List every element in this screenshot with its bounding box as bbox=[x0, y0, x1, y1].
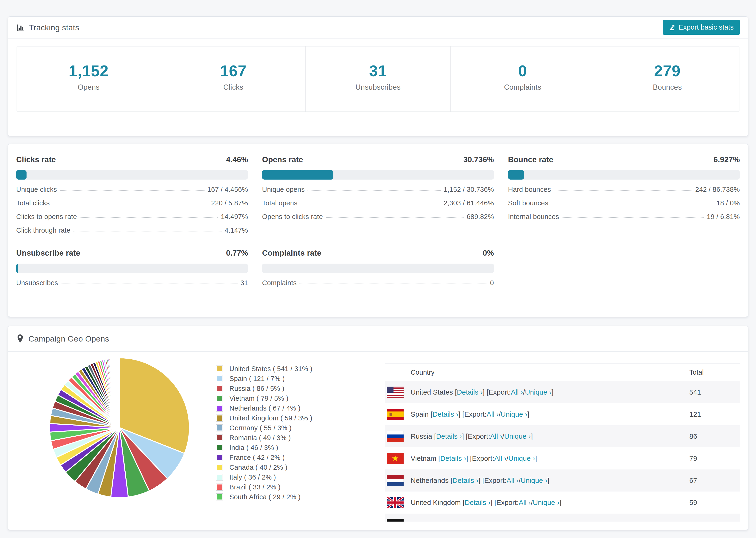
summary-stat-label: Unsubscribes bbox=[306, 83, 450, 91]
details-link[interactable]: Details › bbox=[457, 388, 483, 396]
export-all-link[interactable]: All › bbox=[487, 410, 499, 418]
export-label: ] [Export: bbox=[469, 521, 498, 521]
legend-swatch bbox=[216, 365, 223, 372]
export-unique-link[interactable]: Unique › bbox=[501, 410, 527, 418]
export-label: ] [Export: bbox=[458, 410, 486, 418]
export-unique-link[interactable]: Unique › bbox=[521, 476, 547, 484]
dotted-leader bbox=[53, 204, 208, 204]
legend-swatch bbox=[216, 414, 223, 422]
slash: / bbox=[499, 410, 501, 418]
rate-detail-label: Unsubscribes bbox=[16, 279, 58, 287]
bracket: ] bbox=[552, 388, 553, 396]
rate-detail-row: Total opens2,303 / 61.446% bbox=[262, 199, 494, 207]
rate-detail-row: Total clicks220 / 5.87% bbox=[16, 199, 248, 207]
total-column-header: Total bbox=[689, 368, 740, 376]
geo-country-cell: United States [Details ›] [Export: All ›… bbox=[387, 387, 689, 398]
geo-pie-svg bbox=[47, 355, 192, 501]
legend-item: South Africa ( 29 / 2% ) bbox=[216, 492, 385, 502]
rate-detail-value: 1,152 / 30.736% bbox=[444, 186, 494, 193]
geo-title: Campaign Geo Opens bbox=[28, 334, 109, 344]
bracket: ] bbox=[535, 455, 537, 462]
summary-stat-value: 0 bbox=[451, 62, 595, 80]
dotted-leader bbox=[300, 204, 441, 204]
export-all-link[interactable]: All › bbox=[507, 476, 519, 484]
rate-detail-label: Soft bounces bbox=[508, 199, 549, 207]
legend-label: United Kingdom ( 59 / 3% ) bbox=[229, 414, 312, 422]
legend-item: United Kingdom ( 59 / 3% ) bbox=[216, 413, 385, 423]
slash: / bbox=[523, 388, 525, 396]
summary-stat-box: 167Clicks bbox=[161, 46, 305, 112]
rate-detail-label: Clicks to opens rate bbox=[16, 213, 77, 220]
rate-title: Bounce rate bbox=[508, 155, 553, 164]
geo-table-row: Russia [Details ›] [Export: All › / Uniq… bbox=[385, 425, 740, 447]
details-link[interactable]: Details › bbox=[465, 499, 490, 507]
geo-table-row: United Kingdom [Details ›] [Export: All … bbox=[385, 492, 740, 513]
bracket: [ bbox=[463, 499, 465, 507]
export-unique-link[interactable]: Unique › bbox=[508, 455, 535, 462]
geo-table-header: Country Total bbox=[385, 364, 740, 381]
geo-opens-card: Campaign Geo Opens United States ( 541 /… bbox=[8, 326, 748, 530]
export-unique-link[interactable]: Unique › bbox=[533, 499, 559, 507]
dotted-leader bbox=[562, 217, 704, 218]
legend-item: Vietnam ( 79 / 5% ) bbox=[216, 394, 385, 403]
legend-swatch bbox=[216, 375, 223, 382]
export-all-link[interactable]: All › bbox=[519, 499, 531, 507]
legend-label: Canada ( 40 / 2% ) bbox=[229, 463, 287, 471]
export-all-link[interactable]: All › bbox=[498, 521, 510, 521]
summary-stat-box: 1,152Opens bbox=[17, 46, 161, 112]
dotted-leader bbox=[80, 217, 218, 218]
geo-total-cell: 67 bbox=[689, 476, 740, 484]
summary-stat-label: Complaints bbox=[451, 83, 595, 91]
export-all-link[interactable]: All › bbox=[511, 388, 523, 396]
rate-title-row: Opens rate30.736% bbox=[262, 155, 494, 164]
export-all-link[interactable]: All › bbox=[490, 432, 502, 440]
dotted-leader bbox=[554, 190, 693, 190]
details-link[interactable]: Details › bbox=[440, 455, 466, 462]
legend-swatch bbox=[216, 434, 223, 441]
summary-stat-box: 31Unsubscribes bbox=[305, 46, 450, 112]
export-unique-link[interactable]: Unique › bbox=[512, 521, 538, 521]
rate-title: Complaints rate bbox=[262, 248, 321, 257]
geo-country-cell: Vietnam [Details ›] [Export: All › / Uni… bbox=[387, 453, 689, 464]
legend-item: Italy ( 36 / 2% ) bbox=[216, 472, 385, 482]
rate-detail-row: Unique opens1,152 / 30.736% bbox=[262, 186, 494, 193]
export-basic-stats-button[interactable]: Export basic stats bbox=[663, 20, 740, 35]
country-name: Spain bbox=[411, 410, 431, 418]
rate-section: Complaints rate0%Complaints0 bbox=[262, 248, 494, 287]
rate-detail-value: 167 / 4.456% bbox=[207, 186, 248, 193]
details-link[interactable]: Details › bbox=[432, 410, 458, 418]
summary-stats-row: 1,152Opens167Clicks31Unsubscribes0Compla… bbox=[16, 46, 740, 112]
details-link[interactable]: Details › bbox=[453, 476, 478, 484]
rate-detail-value: 14.497% bbox=[221, 213, 248, 220]
dotted-leader bbox=[60, 190, 204, 190]
geo-table-body: United States [Details ›] [Export: All ›… bbox=[385, 381, 740, 521]
rate-detail-row: Unique clicks167 / 4.456% bbox=[16, 186, 248, 193]
rate-section: Opens rate30.736%Unique opens1,152 / 30.… bbox=[262, 155, 494, 234]
rate-detail-value: 2,303 / 61.446% bbox=[444, 199, 494, 207]
progress-bar-fill bbox=[16, 170, 27, 180]
rate-detail-row: Internal bounces19 / 6.81% bbox=[508, 213, 740, 220]
rate-value: 30.736% bbox=[463, 155, 494, 164]
progress-bar-track bbox=[16, 264, 248, 273]
details-link[interactable]: Details › bbox=[444, 521, 469, 521]
legend-label: Germany ( 55 / 3% ) bbox=[229, 424, 292, 432]
geo-table-row: Netherlands [Details ›] [Export: All › /… bbox=[385, 469, 740, 492]
export-unique-link[interactable]: Unique › bbox=[525, 388, 552, 396]
export-unique-link[interactable]: Unique › bbox=[504, 432, 531, 440]
summary-stat-box: 279Bounces bbox=[595, 46, 739, 112]
summary-stat-box: 0Complaints bbox=[450, 46, 595, 112]
geo-total-cell: 541 bbox=[689, 388, 740, 396]
slash: / bbox=[519, 476, 520, 484]
summary-stat-value: 279 bbox=[595, 62, 739, 80]
nl-flag-icon bbox=[387, 475, 404, 486]
export-label: ] [Export: bbox=[478, 476, 507, 484]
rate-detail-value: 0 bbox=[490, 279, 494, 287]
geo-country-cell: Netherlands [Details ›] [Export: All › /… bbox=[387, 475, 689, 486]
rates-card: Clicks rate4.46%Unique clicks167 / 4.456… bbox=[8, 144, 748, 317]
rate-title-row: Complaints rate0% bbox=[262, 248, 494, 257]
country-name: Vietnam bbox=[411, 455, 438, 462]
export-all-link[interactable]: All › bbox=[494, 455, 507, 462]
rate-detail-row: Soft bounces18 / 0% bbox=[508, 199, 740, 207]
bracket: [ bbox=[451, 476, 453, 484]
details-link[interactable]: Details › bbox=[436, 432, 462, 440]
